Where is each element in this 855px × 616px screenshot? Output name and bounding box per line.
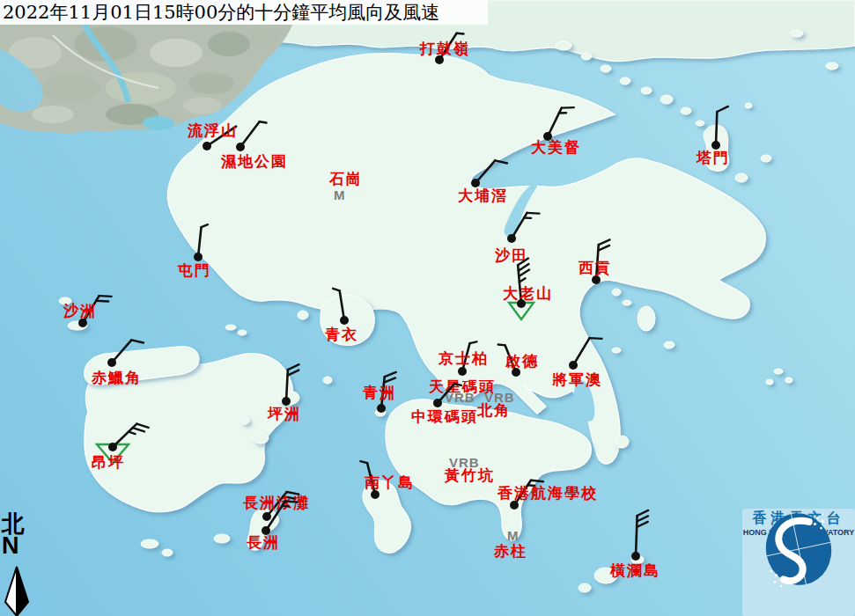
wind-barb-feather <box>100 296 112 297</box>
title-bar: 2022年11月01日15時00分的十分鐘平均風向及風速 <box>0 0 488 25</box>
station-label: 赤鱲角 <box>91 370 142 386</box>
station-大埔滘: 大埔滘 <box>458 160 508 204</box>
wind-barb-staff <box>475 160 495 183</box>
station-label: 青洲 <box>363 385 396 401</box>
station-dot <box>507 234 516 243</box>
station-屯門: 屯門 <box>177 224 211 279</box>
wind-barb-half-feather <box>202 224 208 227</box>
wind-barb-feather <box>384 378 395 382</box>
wind-barb-feather <box>531 480 543 481</box>
station-沙田: 沙田 <box>494 213 539 264</box>
station-dot <box>592 275 601 284</box>
station-label: 大埔滘 <box>458 187 508 204</box>
station-沙洲: 沙洲 <box>63 296 112 327</box>
wind-barb-staff <box>573 338 590 365</box>
station-昂坪: 昂坪 <box>92 424 149 471</box>
wind-barb-half-feather <box>282 506 289 507</box>
station-大老山: 大老山 <box>503 259 553 319</box>
wind-barb-feather <box>527 213 540 214</box>
wind-barb-feather <box>96 301 108 302</box>
station-石崗: 石崗M <box>328 171 363 202</box>
wind-barb-staff <box>240 121 260 147</box>
station-dot <box>78 319 87 327</box>
wind-barb-staff <box>512 213 527 238</box>
wind-barb-half-feather <box>260 121 267 122</box>
station-label: 將軍澳 <box>551 371 602 388</box>
station-label: 西貢 <box>578 260 612 276</box>
station-label: 青衣 <box>325 326 358 343</box>
marker-VRB: VRB <box>445 390 475 405</box>
station-dot <box>371 490 380 499</box>
station-label: 大老山 <box>503 285 553 302</box>
wind-barb-half-feather <box>457 33 464 34</box>
wind-barb-half-feather <box>470 341 477 343</box>
station-label: 石崗 <box>328 171 363 187</box>
wind-barb-feather <box>288 370 299 376</box>
wind-barb-feather <box>133 428 144 431</box>
station-啟德: 啟德 <box>498 345 539 377</box>
station-dot <box>510 501 519 510</box>
wind-barb-staff <box>198 227 202 257</box>
station-label: 赤柱 <box>493 543 527 560</box>
wind-barb-feather <box>519 269 529 276</box>
station-dot <box>458 367 467 376</box>
wind-barb-feather <box>285 501 298 502</box>
station-赤鱲角: 赤鱲角 <box>91 340 144 386</box>
map-title: 2022年11月01日15時00分的十分鐘平均風向及風速 <box>0 0 488 25</box>
station-label: 長洲泳灘 <box>243 495 310 511</box>
hko-logo-emblem <box>742 509 855 590</box>
station-label: 沙洲 <box>63 303 97 319</box>
station-label: 橫瀾島 <box>609 562 660 579</box>
station-赤柱: 赤柱M <box>493 528 527 560</box>
station-dot <box>711 141 720 150</box>
station-label: 中環碼頭 <box>411 408 478 425</box>
marker-M: M <box>334 187 346 202</box>
station-dot <box>282 397 291 406</box>
wind-barb-staff <box>112 340 131 363</box>
stations-overlay: 打鼓嶺流浮山濕地公園石崗M大美督塔門大埔滘屯門沙田西貢大老山沙洲赤鱲角昂坪青衣坪… <box>0 0 855 616</box>
wind-barb-feather <box>288 364 299 370</box>
station-青洲: 青洲 <box>363 372 396 413</box>
wind-barb-feather <box>590 338 602 339</box>
station-label: 屯門 <box>177 262 211 279</box>
station-dot <box>262 512 271 521</box>
station-label: 南丫島 <box>365 474 415 491</box>
marker-M: M <box>507 528 520 543</box>
station-長洲泳灘: 長洲泳灘 <box>243 492 310 521</box>
station-dot <box>108 443 117 451</box>
station-打鼓嶺: 打鼓嶺 <box>419 33 470 64</box>
wind-barb-feather <box>385 372 396 377</box>
station-dot <box>569 361 578 370</box>
wind-barb-half-feather <box>129 432 136 434</box>
station-label: 打鼓嶺 <box>419 40 470 57</box>
station-京士柏: 京士柏 <box>438 341 489 376</box>
wind-barb-half-feather <box>360 461 367 463</box>
station-label: 濕地公園 <box>220 153 288 170</box>
marker-VRB: VRB <box>484 390 515 405</box>
station-大美督: 大美督 <box>531 107 581 156</box>
station-青衣: 青衣 <box>325 289 358 343</box>
wind-barb-feather <box>519 264 529 271</box>
compass-north-letter: N <box>2 535 25 556</box>
weather-map-screenshot: 打鼓嶺流浮山濕地公園石崗M大美督塔門大埔滘屯門沙田西貢大老山沙洲赤鱲角昂坪青衣坪… <box>0 0 855 616</box>
station-西貢: 西貢 <box>578 239 612 284</box>
wind-barb-half-feather <box>498 345 505 346</box>
wind-barb-half-feather <box>333 289 340 291</box>
compass: 北 N <box>2 512 25 556</box>
station-dot <box>107 358 116 367</box>
station-dot <box>433 399 442 407</box>
station-label: 昂坪 <box>92 454 125 471</box>
station-香港航海學校: 香港航海學校 <box>497 480 598 510</box>
station-塔門: 塔門 <box>696 106 730 166</box>
station-label: 坪洲 <box>267 406 301 422</box>
station-dot <box>236 143 245 151</box>
station-label: 啟德 <box>505 353 539 370</box>
station-label: 京士柏 <box>438 350 489 367</box>
wind-barb-feather <box>717 106 728 112</box>
wind-barb-feather <box>131 340 144 342</box>
station-label: 塔門 <box>696 150 730 166</box>
wind-barb-feather <box>495 160 507 163</box>
hko-logo: 香港天文台 HONG KONG OBSERVATORY <box>742 509 855 616</box>
station-label: 大美督 <box>531 138 581 156</box>
station-坪洲: 坪洲 <box>267 364 301 422</box>
